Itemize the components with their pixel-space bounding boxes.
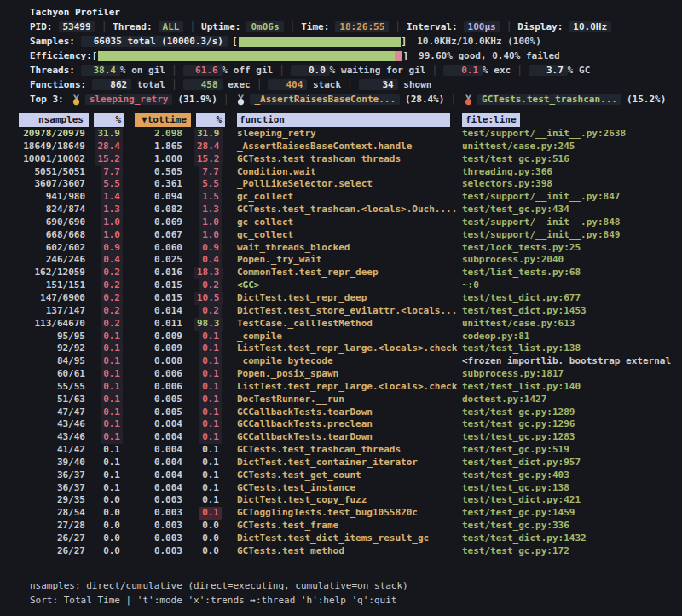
cell-nsamples-value: 95/95 — [57, 331, 85, 342]
cell-pct-direct-value: 15.2 — [95, 153, 124, 166]
cell-file-line: unittest/case.py:613 — [460, 318, 682, 331]
cell-tottime: 0.094 — [131, 191, 194, 204]
status-value: 18:26:55 — [335, 21, 389, 32]
cell-file-line: test/test_dict.py:1453 — [460, 305, 682, 318]
table-row[interactable]: 941/9801.40.0941.5gc_collecttest/support… — [19, 191, 682, 204]
table-row[interactable]: 10001/1000215.21.00015.2GCTests.test_tra… — [19, 153, 682, 166]
cell-function: _AssertRaisesBaseContext.handle — [228, 141, 460, 153]
column-header-pct-direct[interactable]: % — [94, 113, 124, 127]
cell-nsamples-value: 47/47 — [57, 406, 85, 417]
table-row[interactable]: 113/646700.20.01198.3TestCase._callTestM… — [19, 318, 682, 331]
functions-row: Functions:862 total│458 exec│404 stack│3… — [30, 78, 682, 92]
table-row[interactable]: 47/470.10.0050.1GCCallbackTests.tearDown… — [19, 406, 682, 419]
table-row[interactable]: 28/540.00.0030.1GCTogglingTests.test_bug… — [19, 507, 682, 520]
cell-pct-cumulative: 0.0 — [194, 545, 228, 558]
table-row[interactable]: 824/8741.30.0821.3GCTests.test_trashcan.… — [19, 204, 682, 216]
cell-pct-direct-value: 0.9 — [101, 242, 123, 255]
table-row[interactable]: 51/630.10.0050.1DocTestRunner.__rundocte… — [19, 394, 682, 406]
cell-file-line-value: <frozen importlib._bootstrap_external — [462, 355, 671, 366]
cell-nsamples: 151/151 — [19, 279, 89, 292]
cell-function: GCTests.test_method — [228, 545, 460, 558]
table-row[interactable]: 20978/2097931.92.09831.9sleeping_retryte… — [19, 128, 682, 141]
separator-bar: │ — [425, 65, 443, 76]
cell-file-line-value: test/test_gc.py:336 — [462, 520, 569, 531]
top3-function-name: sleeping_retry — [85, 94, 173, 105]
segment-suffix: % exc — [483, 65, 511, 76]
samples-bar — [239, 37, 401, 47]
table-row[interactable]: 43/460.10.0040.1GCCallbackTests.tearDown… — [19, 431, 682, 444]
cell-pct-cumulative-value: 0.1 — [199, 418, 222, 431]
table-row[interactable]: 27/280.00.0030.0GCTests.test_frametest/t… — [19, 520, 682, 533]
cell-function-value: DictTest.test_repr_deep — [237, 292, 367, 303]
cell-pct-cumulative-value: 0.0 — [199, 533, 222, 545]
cell-function-value: _AssertRaisesBaseContext.handle — [237, 141, 412, 152]
table-row[interactable]: 18649/1864928.41.86528.4_AssertRaisesBas… — [19, 141, 682, 153]
table-row[interactable]: 26/270.00.0030.0GCTests.test_methodtest/… — [19, 545, 682, 558]
cell-nsamples: 95/95 — [19, 331, 89, 343]
cell-nsamples-value: 39/40 — [57, 457, 85, 468]
cell-pct-direct-value: 0.0 — [101, 545, 123, 558]
cell-nsamples-value: 246/246 — [46, 254, 85, 265]
bar-open-bracket: [ — [232, 36, 238, 47]
table-row[interactable]: 246/2460.40.0250.4Popen._try_waitsubproc… — [19, 254, 682, 267]
cell-nsamples: 36/37 — [19, 469, 89, 482]
table-row[interactable]: 26/270.00.0030.0DictTest.test_dict_items… — [19, 533, 682, 545]
cell-pct-direct-value: 5.5 — [101, 178, 123, 191]
cell-nsamples: 47/47 — [19, 406, 89, 419]
table-row[interactable]: 36/370.10.0040.1GCTests.test_instancetes… — [19, 482, 682, 495]
cell-pct-direct-value: 0.1 — [101, 331, 123, 343]
cell-tottime-value: 0.082 — [154, 204, 182, 215]
cell-pct-direct: 0.4 — [89, 254, 131, 267]
table-row[interactable]: 668/6681.00.0671.0gc_collecttest/support… — [19, 229, 682, 242]
cell-function-value: GCTests.test_method — [237, 545, 344, 556]
cell-pct-cumulative-value: 28.4 — [194, 141, 223, 153]
table-row[interactable]: 151/1510.20.0150.2<GC>~:0 — [19, 279, 682, 292]
cell-function-value: GCTests.test_instance — [237, 482, 355, 493]
table-row[interactable]: 36/370.10.0040.1GCTests.test_get_countte… — [19, 469, 682, 482]
cell-file-line-value: test/test_dict.py:1453 — [462, 305, 587, 316]
table-row[interactable]: 690/6901.00.0691.0gc_collecttest/support… — [19, 216, 682, 229]
table-row[interactable]: 147/69000.20.01510.5DictTest.test_repr_d… — [19, 292, 682, 305]
cell-pct-direct: 7.7 — [89, 166, 131, 179]
column-header-file-line[interactable]: file:line — [462, 113, 520, 127]
cell-file-line-value: unittest/case.py:613 — [462, 318, 575, 329]
cell-function: ListTest.test_repr_large.<locals>.check — [228, 343, 460, 355]
table-row[interactable]: 602/6020.90.0600.9wait_threads_blockedte… — [19, 242, 682, 255]
cell-file-line: test/test_gc.py:172 — [460, 545, 682, 558]
cell-function: GCTests.test_frame — [228, 520, 460, 533]
table-row[interactable]: 95/950.10.0090.1_compilecodeop.py:81 — [19, 331, 682, 343]
table-row[interactable]: 137/1470.20.0140.2DictTest.test_store_ev… — [19, 305, 682, 318]
column-header-nsamples[interactable]: nsamples — [19, 113, 89, 127]
column-header-tottime-sorted[interactable]: ▼tottime — [135, 113, 191, 127]
table-row[interactable]: 55/550.10.0060.1ListTest.test_repr_large… — [19, 381, 682, 394]
cell-nsamples-value: 29/35 — [57, 494, 85, 505]
cell-pct-direct-value: 0.0 — [101, 494, 123, 507]
cell-nsamples-value: 36/37 — [57, 469, 85, 481]
table-body: 20978/2097931.92.09831.9sleeping_retryte… — [19, 128, 682, 558]
cell-pct-direct: 0.2 — [89, 267, 131, 279]
profiler-app: Tachyon Profiler PID:53499│Thread:ALL│Up… — [0, 0, 682, 107]
column-header-pct-cumulative[interactable]: % — [196, 113, 225, 127]
table-row[interactable]: 29/350.00.0030.1DictTest.test_copy_fuzzt… — [19, 494, 682, 507]
table-row[interactable]: 162/120590.20.01618.3CommonTest.test_rep… — [19, 267, 682, 279]
column-header-function[interactable]: function — [237, 113, 450, 127]
table-row[interactable]: 60/610.10.0060.1Popen._posix_spawnsubpro… — [19, 368, 682, 381]
cell-file-line-value: test/support/__init__.py:847 — [462, 191, 620, 202]
cell-function: <GC> — [228, 279, 460, 292]
table-row[interactable]: 92/920.10.0090.1ListTest.test_repr_large… — [19, 343, 682, 355]
table-row[interactable]: 5051/50517.70.5057.7Condition.waitthread… — [19, 166, 682, 179]
cell-pct-cumulative: 0.1 — [194, 431, 228, 444]
cell-pct-cumulative: 0.1 — [194, 381, 228, 394]
table-row[interactable]: 39/400.10.0040.1DictTest.test_container_… — [19, 457, 682, 469]
table-row[interactable]: 43/460.10.0040.1GCCallbackTests.preclean… — [19, 418, 682, 431]
table-row[interactable]: 41/420.10.0040.1GCTests.test_trashcan_th… — [19, 444, 682, 457]
cell-nsamples-value: 668/668 — [46, 229, 85, 240]
cell-function: Popen._try_wait — [228, 254, 460, 267]
cell-nsamples: 26/27 — [19, 533, 89, 545]
table-row[interactable]: 3607/36075.50.3615.5_PollLikeSelector.se… — [19, 178, 682, 191]
cell-file-line: subprocess.py:2040 — [460, 254, 682, 267]
cell-nsamples-value: 690/690 — [46, 216, 85, 227]
cell-nsamples: 668/668 — [19, 229, 89, 242]
table-row[interactable]: 84/950.10.0080.1_compile_bytecode<frozen… — [19, 355, 682, 368]
cell-pct-cumulative: 18.3 — [194, 267, 228, 279]
